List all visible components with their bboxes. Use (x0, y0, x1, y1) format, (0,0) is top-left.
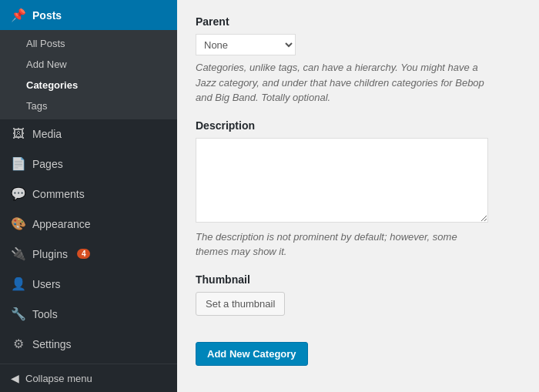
sidebar-item-add-new[interactable]: Add New (0, 54, 177, 75)
plugins-label: Plugins (32, 248, 68, 260)
parent-label: Parent (196, 15, 521, 28)
plugins-badge: 4 (77, 249, 91, 259)
sidebar-item-pages[interactable]: 📄 Pages (0, 149, 177, 179)
sidebar-item-plugins[interactable]: 🔌 Plugins 4 (0, 239, 177, 269)
appearance-icon: 🎨 (11, 216, 26, 231)
pages-icon: 📄 (11, 156, 26, 171)
settings-label: Settings (32, 338, 72, 350)
sidebar-sub-menu: All Posts Add New Categories Tags (0, 30, 177, 119)
appearance-label: Appearance (32, 218, 91, 230)
collapse-icon: ◀ (11, 372, 19, 384)
media-label: Media (32, 128, 62, 140)
media-icon: 🖼 (11, 127, 26, 141)
add-new-category-button[interactable]: Add New Category (196, 342, 308, 366)
description-helper-text: The description is not prominent by defa… (196, 230, 488, 260)
pushpin-icon: 📌 (11, 8, 26, 22)
plugins-icon: 🔌 (11, 246, 26, 261)
sidebar-item-all-posts[interactable]: All Posts (0, 33, 177, 54)
parent-field-group: Parent None Categories, unlike tags, can… (196, 15, 521, 106)
description-label: Description (196, 119, 521, 132)
parent-helper-text: Categories, unlike tags, can have a hier… (196, 60, 488, 106)
sidebar-item-comments[interactable]: 💬 Comments (0, 179, 177, 209)
settings-icon: ⚙ (11, 337, 26, 351)
description-field-group: Description The description is not promi… (196, 119, 521, 260)
collapse-menu[interactable]: ◀ Collapse menu (0, 364, 177, 392)
sidebar: 📌 Posts All Posts Add New Categories Tag… (0, 0, 177, 392)
parent-select[interactable]: None (196, 34, 296, 55)
users-label: Users (32, 278, 61, 290)
collapse-label: Collapse menu (25, 373, 92, 384)
set-thumbnail-button[interactable]: Set a thumbnail (196, 292, 285, 317)
description-textarea[interactable] (196, 138, 488, 223)
tools-label: Tools (32, 308, 58, 320)
thumbnail-label: Thumbnail (196, 273, 521, 286)
pages-label: Pages (32, 158, 63, 170)
comments-label: Comments (32, 188, 85, 200)
sidebar-item-media[interactable]: 🖼 Media (0, 119, 177, 149)
sidebar-item-categories[interactable]: Categories (0, 75, 177, 95)
sidebar-item-tools[interactable]: 🔧 Tools (0, 299, 177, 329)
thumbnail-field-group: Thumbnail Set a thumbnail (196, 273, 521, 317)
comments-icon: 💬 (11, 186, 26, 201)
posts-label: Posts (32, 9, 62, 22)
sidebar-item-appearance[interactable]: 🎨 Appearance (0, 209, 177, 239)
main-content: Parent None Categories, unlike tags, can… (177, 0, 539, 392)
users-icon: 👤 (11, 276, 26, 291)
sidebar-posts-header[interactable]: 📌 Posts (0, 0, 177, 30)
sidebar-item-settings[interactable]: ⚙ Settings (0, 329, 177, 359)
sidebar-item-tags[interactable]: Tags (0, 95, 177, 116)
tools-icon: 🔧 (11, 307, 26, 321)
sidebar-item-users[interactable]: 👤 Users (0, 269, 177, 299)
